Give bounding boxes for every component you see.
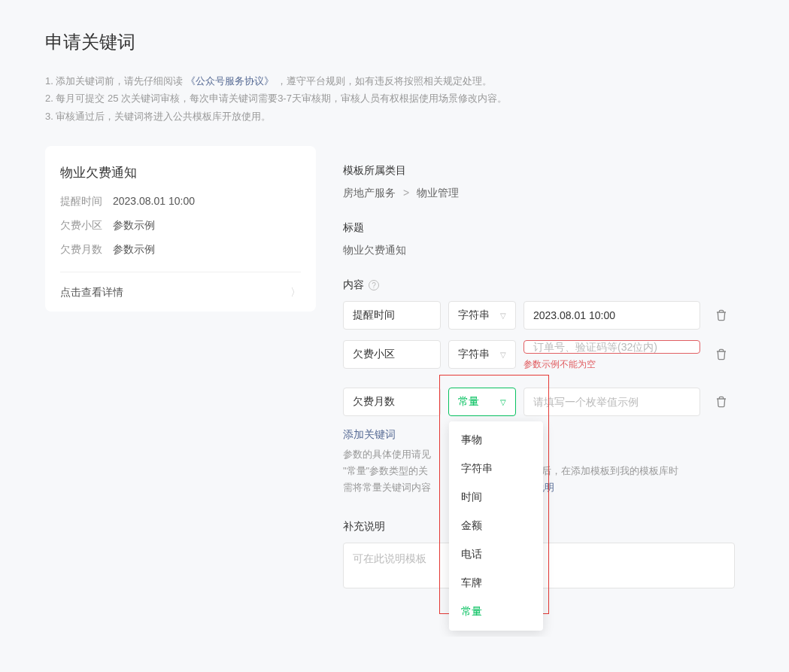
delete-row-button[interactable]	[708, 388, 735, 416]
dropdown-option[interactable]: 电话	[449, 540, 543, 569]
type-select-value: 字符串	[458, 309, 490, 322]
preview-row-value: 2023.08.01 10:00	[113, 195, 195, 208]
instruction-item: 2. 每月可提交 25 次关键词审核，每次申请关键词需要3-7天审核期，审核人员…	[45, 90, 744, 107]
preview-row: 欠费小区 参数示例	[60, 219, 301, 233]
example-input[interactable]	[533, 341, 690, 353]
type-select-value: 常量	[458, 395, 479, 409]
preview-row-label: 欠费小区	[60, 219, 113, 233]
keyword-field[interactable]: 欠费小区	[343, 340, 441, 369]
type-select[interactable]: 常量 ▽ 事物 字符串 时间 金额 电话 车牌 常量	[448, 388, 516, 416]
form-panel: 模板所属类目 房地产服务 > 物业管理 标题 物业欠费通知 内容 ? 提醒时间 …	[334, 146, 744, 607]
category-breadcrumb: 房地产服务 > 物业管理	[343, 187, 735, 200]
service-agreement-link[interactable]: 《公众号服务协议》	[186, 75, 274, 87]
example-input[interactable]	[533, 396, 690, 408]
info-icon[interactable]: ?	[369, 280, 379, 290]
help-line: "常量"参数类型的关	[343, 465, 428, 476]
example-input-wrap	[523, 388, 700, 416]
preview-card: 物业欠费通知 提醒时间 2023.08.01 10:00 欠费小区 参数示例 欠…	[45, 146, 316, 312]
preview-title: 物业欠费通知	[60, 164, 301, 181]
error-message: 参数示例不能为空	[523, 358, 700, 371]
dropdown-option[interactable]: 车牌	[449, 569, 543, 598]
type-select-value: 字符串	[458, 348, 490, 361]
help-line: 需将常量关键词内容	[343, 482, 431, 493]
trash-icon	[715, 396, 727, 408]
content-label-text: 内容	[343, 278, 364, 292]
example-input-wrap	[523, 301, 700, 330]
dropdown-option[interactable]: 字符串	[449, 455, 543, 483]
instructions-list: 1. 添加关键词前，请先仔细阅读 《公众号服务协议》 ，遵守平台规则，如有违反将…	[45, 72, 744, 125]
type-dropdown: 事物 字符串 时间 金额 电话 车牌 常量	[449, 421, 543, 631]
preview-row-label: 欠费月数	[60, 243, 113, 257]
content-row: 欠费小区 字符串 ▽ 参数示例不能为空	[343, 340, 735, 371]
chevron-down-icon: ▽	[500, 398, 506, 406]
dropdown-option[interactable]: 金额	[449, 512, 543, 540]
example-input[interactable]	[533, 309, 690, 321]
preview-row: 提醒时间 2023.08.01 10:00	[60, 195, 301, 208]
preview-row: 欠费月数 参数示例	[60, 243, 301, 257]
breadcrumb-item: 物业管理	[417, 187, 459, 199]
delete-row-button[interactable]	[708, 340, 735, 369]
dropdown-option[interactable]: 事物	[449, 426, 543, 455]
instruction-item: 3. 审核通过后，关键词将进入公共模板库开放使用。	[45, 108, 744, 125]
preview-detail-label: 点击查看详情	[60, 286, 123, 300]
dropdown-option[interactable]: 常量	[449, 598, 543, 626]
chevron-right-icon: 〉	[290, 286, 301, 300]
preview-row-value: 参数示例	[113, 219, 155, 233]
title-label: 标题	[343, 221, 735, 235]
keyword-field[interactable]: 欠费月数	[343, 388, 441, 416]
preview-detail-link[interactable]: 点击查看详情 〉	[60, 272, 301, 300]
page-title: 申请关键词	[45, 30, 744, 54]
category-label: 模板所属类目	[343, 164, 735, 178]
trash-icon	[715, 309, 727, 321]
delete-row-button[interactable]	[708, 301, 735, 330]
chevron-down-icon: ▽	[500, 351, 506, 359]
preview-row-label: 提醒时间	[60, 195, 113, 208]
content-label: 内容 ?	[343, 278, 735, 292]
instruction-text: ，遵守平台规则，如有违反将按照相关规定处理。	[277, 75, 492, 87]
preview-row-value: 参数示例	[113, 243, 155, 257]
type-select[interactable]: 字符串 ▽	[448, 301, 516, 330]
trash-icon	[715, 348, 727, 360]
keyword-field[interactable]: 提醒时间	[343, 301, 441, 330]
chevron-down-icon: ▽	[500, 312, 506, 320]
content-row: 提醒时间 字符串 ▽	[343, 301, 735, 330]
breadcrumb-item: 房地产服务	[343, 187, 396, 199]
instruction-item: 1. 添加关键词前，请先仔细阅读 《公众号服务协议》 ，遵守平台规则，如有违反将…	[45, 72, 744, 90]
content-row: 欠费月数 常量 ▽ 事物 字符串 时间 金额 电话 车牌 常量	[343, 388, 735, 416]
help-line: 参数的具体使用请见	[343, 449, 431, 460]
type-select[interactable]: 字符串 ▽	[448, 340, 516, 369]
breadcrumb-sep: >	[403, 187, 409, 199]
title-value: 物业欠费通知	[343, 244, 735, 257]
dropdown-option[interactable]: 时间	[449, 483, 543, 512]
instruction-text: 1. 添加关键词前，请先仔细阅读	[45, 75, 183, 87]
example-input-wrap	[523, 340, 700, 354]
